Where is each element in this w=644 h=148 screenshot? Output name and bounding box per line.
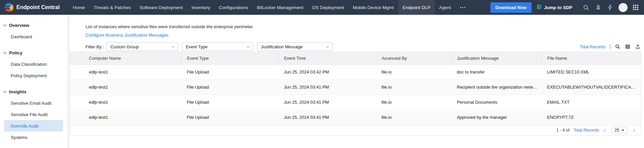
cell-computer-name: edlp-test1 (70, 110, 181, 125)
pagination-bar: 1 - 4 of Total Records 25 (70, 125, 641, 135)
apps-grid-icon[interactable] (633, 4, 639, 10)
chevron-down-icon (3, 23, 7, 27)
page-size-dropdown[interactable]: 25 (611, 127, 627, 134)
sidebar-item-sensitive-email-audit[interactable]: Sensitive Email Audit (0, 97, 67, 109)
cell-accessed-by: file.io (376, 110, 451, 125)
sdp-icon (537, 4, 542, 10)
cell-event-type: File Upload (181, 95, 278, 110)
total-records-link[interactable]: Total Records (574, 128, 599, 133)
column-header-event-time[interactable]: Event Time (278, 52, 376, 64)
nav-item-configurations[interactable]: Configurations (215, 0, 253, 15)
nav-item-bitlocker-management[interactable]: BitLocker Management (253, 0, 308, 15)
cell-justification-message: Approved by the manager (451, 110, 542, 125)
table-view-icon[interactable] (625, 44, 631, 50)
cell-event-type: File Upload (181, 80, 278, 95)
chevron-down-icon (172, 45, 174, 48)
nav-item-mobile-device-mgmt[interactable]: Mobile Device Mgmt (348, 0, 398, 15)
cell-file-name: EMAIL.TXT (542, 95, 641, 110)
cell-file-name: EXECUTABLEWITHOUTVALIDCERTIFICATE... (542, 80, 641, 95)
top-navbar: Endpoint Central Home Threats & Patches … (0, 0, 644, 15)
toolbar-separator (610, 45, 610, 49)
cell-file-name: ENCRYPT.7Z (542, 110, 641, 125)
pagination-range: 1 - 4 of (556, 128, 570, 133)
caret-down-icon (622, 130, 624, 131)
total-records-link[interactable]: Total Records (580, 44, 605, 49)
nav-item-endpoint-dlp[interactable]: Endpoint DLP (398, 0, 435, 15)
nav-more-icon[interactable] (455, 0, 470, 15)
cell-event-time: Jun 25, 2024 03:41 PM (278, 110, 376, 125)
cell-event-time: Jun 25, 2024 03:41 PM (278, 80, 376, 95)
column-header-computer-name[interactable]: Computer Name (70, 52, 181, 64)
nav-item-inventory[interactable]: Inventory (187, 0, 215, 15)
nav-item-home[interactable]: Home (68, 0, 89, 15)
sidebar-header-overview[interactable]: Overview (0, 19, 67, 31)
avatar[interactable] (619, 3, 628, 12)
search-icon[interactable] (583, 4, 590, 11)
previous-page-icon[interactable] (603, 128, 607, 133)
cell-computer-name: edlp-test1 (70, 95, 181, 110)
table-toolbar: Total Records (580, 44, 641, 50)
nav-divider (577, 4, 578, 10)
column-header-accessed-by[interactable]: Accessed By (376, 52, 451, 64)
nav-item-os-deployment[interactable]: OS Deployment (308, 0, 348, 15)
table-row[interactable]: edlp-test1 File Upload Jun 25, 2024 03:4… (70, 64, 641, 80)
export-icon[interactable] (635, 44, 641, 50)
sidebar-section-overview: Overview Dashboard (0, 19, 67, 42)
cell-file-name: LIMITED SEC10.XML (542, 64, 641, 80)
nav-item-agent[interactable]: Agent (435, 0, 455, 15)
table-row[interactable]: edlp-test1 File Upload Jun 25, 2024 03:4… (70, 110, 641, 125)
event-type-dropdown[interactable]: Event Type (182, 42, 253, 51)
sidebar-section-policy: Policy Data Classification Policy Deploy… (0, 47, 67, 81)
sidebar-item-policy-deployment[interactable]: Policy Deployment (0, 70, 67, 81)
rocket-icon[interactable] (595, 4, 602, 11)
sidebar-item-systems[interactable]: Systems (0, 132, 67, 143)
sidebar-item-data-classification[interactable]: Data Classification (0, 58, 67, 70)
dropdown-value: Custom Group (110, 44, 139, 49)
sidebar-item-dashboard[interactable]: Dashboard (0, 31, 67, 42)
cell-justification-message: doc to transfer (451, 64, 542, 80)
download-now-button[interactable]: Download Now (490, 2, 532, 13)
nav-item-software-deployment[interactable]: Software Deployment (135, 0, 187, 15)
sidebar-header-label: Insights (9, 89, 26, 94)
jump-to-sdp-label: Jump to SDP (544, 5, 572, 10)
filter-by-label: Filter By : (86, 44, 104, 49)
lightning-icon[interactable] (607, 4, 613, 11)
cell-event-time: Jun 25, 2024 03:41 PM (278, 95, 376, 110)
dropdown-value: Event Type (186, 44, 208, 49)
sidebar-header-policy[interactable]: Policy (0, 47, 67, 58)
sidebar-header-label: Overview (9, 23, 29, 28)
sidebar: Overview Dashboard Policy Data Classific… (0, 15, 67, 148)
cell-event-type: File Upload (181, 110, 278, 125)
cell-accessed-by: file.io (376, 64, 451, 80)
chevron-down-icon (326, 45, 329, 48)
cell-accessed-by: file.io (376, 95, 451, 110)
dropdown-value: Justification Message (261, 44, 303, 49)
search-icon[interactable] (615, 44, 621, 50)
main-content: List of instances where sensitive files … (70, 15, 641, 148)
nav-menu: Home Threats & Patches Software Deployme… (68, 0, 470, 15)
cell-computer-name: edlp-test1 (70, 80, 181, 95)
sidebar-item-override-audit[interactable]: Override Audit (4, 120, 63, 132)
column-header-file-name[interactable]: File Name (542, 52, 641, 64)
navbar-right: Download Now Jump to SDP (490, 2, 644, 13)
table-row[interactable]: edlp-test1 File Upload Jun 25, 2024 03:4… (70, 80, 641, 95)
jump-to-sdp-button[interactable]: Jump to SDP (537, 4, 572, 10)
next-page-icon[interactable] (631, 128, 636, 133)
sidebar-header-insights[interactable]: Insights (0, 86, 67, 97)
chevron-down-icon (247, 45, 250, 48)
column-header-justification-message[interactable]: Justification Message (451, 52, 542, 64)
column-header-event-type[interactable]: Event Type (181, 52, 278, 64)
custom-group-dropdown[interactable]: Custom Group (106, 42, 178, 51)
sidebar-item-sensitive-file-audit[interactable]: Sensitive File Audit (0, 109, 67, 120)
page-description: List of instances where sensitive files … (86, 24, 641, 29)
table-row[interactable]: edlp-test1 File Upload Jun 25, 2024 03:4… (70, 95, 641, 110)
chevron-down-icon (3, 51, 7, 54)
justification-message-dropdown[interactable]: Justification Message (257, 42, 332, 51)
brand[interactable]: Endpoint Central (0, 3, 68, 12)
cell-event-time: Jun 25, 2024 03:42 PM (278, 64, 376, 80)
nav-item-threats-patches[interactable]: Threats & Patches (89, 0, 135, 15)
sidebar-content-divider (67, 15, 70, 148)
cell-event-type: File Upload (181, 64, 278, 80)
cell-accessed-by: file.io (376, 80, 451, 95)
configure-justification-link[interactable]: Configure Business Justification Message… (86, 33, 168, 38)
